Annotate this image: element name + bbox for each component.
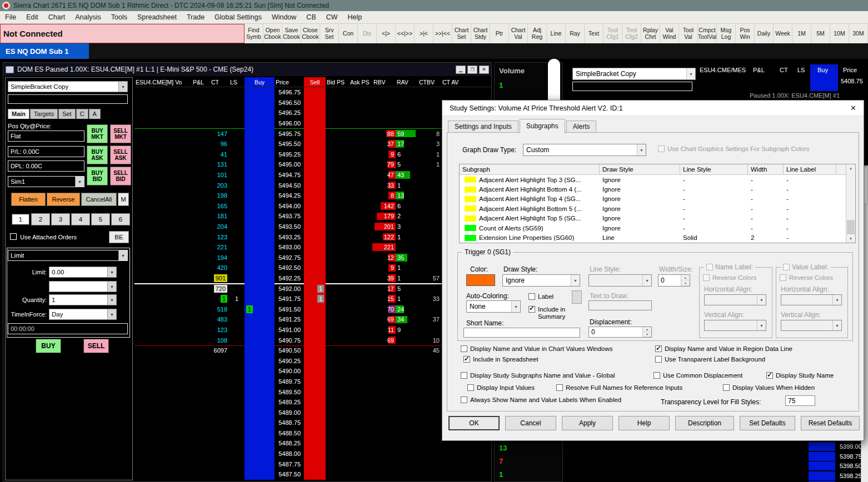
description-button[interactable]: Description: [675, 416, 734, 430]
always-show-name-and-value-labels-when-enabled-checkbox[interactable]: Always Show Name and Value Labels When E…: [461, 396, 621, 403]
order-type-dropdown[interactable]: Limit: [8, 250, 128, 261]
ladder-cell-sell[interactable]: [304, 190, 326, 201]
secondary-price-input[interactable]: [49, 281, 117, 292]
table-row[interactable]: Adjacent Alert Highlight Bottom 4 (...Ig…: [460, 184, 855, 194]
ladder-cell-sell[interactable]: [304, 201, 326, 212]
toolbar-rplay-chrt[interactable]: RplayChrt: [641, 24, 660, 43]
toolbar-save-cbook[interactable]: SaveCbook: [282, 24, 301, 43]
scroll-down-icon[interactable]: ▼: [846, 235, 855, 243]
table-header-width[interactable]: Width: [748, 164, 784, 174]
ladder-cell-sell[interactable]: [304, 222, 326, 232]
ladder-cell-sell[interactable]: [304, 397, 326, 408]
ladder-cell-buy[interactable]: [245, 469, 275, 480]
toolbar-adj-reg[interactable]: AdjReg: [528, 24, 547, 43]
ladder-cell-buy[interactable]: [245, 87, 275, 98]
ladder-cell-buy[interactable]: [245, 232, 275, 242]
toolbar-msg-log[interactable]: MsgLog: [717, 24, 736, 43]
close-icon[interactable]: ✕: [850, 104, 856, 112]
order-info-field[interactable]: [8, 94, 128, 104]
sell-bid-button[interactable]: SELLBID: [110, 167, 131, 185]
help-button[interactable]: Help: [618, 416, 670, 430]
table-header-line-style[interactable]: Line Style: [680, 164, 748, 174]
ladder-cell-buy[interactable]: [245, 366, 275, 376]
sell-ask-button[interactable]: SELLASK: [110, 145, 131, 164]
toolbar-x[interactable]: >|<: [415, 24, 433, 43]
display-values-when-hidden-checkbox[interactable]: Display Values When Hidden: [723, 384, 815, 391]
ladder-cell-buy[interactable]: [245, 139, 275, 149]
trade-tab-targets[interactable]: Targets: [30, 109, 58, 119]
right-account-dropdown[interactable]: SimpleBracket Copy: [572, 68, 696, 80]
ladder-cell-sell[interactable]: [304, 376, 326, 387]
ladder-cell-buy[interactable]: [245, 273, 275, 284]
qty-button-3[interactable]: 3: [51, 213, 70, 225]
ladder-cell-sell[interactable]: [304, 438, 326, 449]
resolve-full-names-for-reference-inputs-checkbox[interactable]: Resolve Full Names for Reference Inputs: [556, 384, 682, 391]
table-row[interactable]: Adjacent Alert Highlight Top 5 (SG...Ign…: [460, 214, 855, 223]
cancel-button[interactable]: Cancel: [505, 416, 556, 430]
toolbar-srv-set[interactable]: SrvSet: [320, 24, 339, 43]
table-row[interactable]: Adjacent Alert Highlight Top 3 (SG...Ign…: [460, 175, 855, 184]
ladder-cell-sell[interactable]: [304, 459, 326, 469]
display-name-and-value-in-chart-values-windows-checkbox[interactable]: Display Name and Value in Chart Values W…: [461, 345, 613, 352]
trigger-color-swatch[interactable]: [466, 274, 495, 286]
right-buy-cell[interactable]: [809, 471, 835, 480]
trade-tab-a[interactable]: A: [89, 109, 101, 119]
down-icon[interactable]: [681, 280, 690, 286]
dialog-tab-subgraphs[interactable]: Subgraphs: [520, 119, 565, 133]
ladder-cell-buy[interactable]: [245, 418, 275, 428]
ladder-cell-sell[interactable]: [304, 253, 326, 263]
reverse-button[interactable]: Reverse: [47, 193, 80, 206]
be-button[interactable]: BE: [109, 231, 129, 243]
toolbar-close-cbook[interactable]: CloseCbook: [301, 24, 320, 43]
ladder-cell-buy[interactable]: [245, 211, 275, 222]
toolbar-1m[interactable]: 1M: [792, 24, 811, 43]
toolbar-week[interactable]: Week: [774, 24, 792, 43]
ladder-cell-sell[interactable]: [304, 232, 326, 242]
toolbar-x[interactable]: >>|<<: [433, 24, 452, 43]
ladder-cell-buy[interactable]: [245, 98, 275, 108]
ladder-cell-sell[interactable]: [304, 118, 326, 129]
tif-dropdown[interactable]: Day: [49, 309, 117, 320]
ladder-cell-sell[interactable]: [304, 335, 326, 345]
up-icon[interactable]: [643, 327, 651, 332]
include-in-summary-checkbox[interactable]: Include in Summary: [528, 306, 582, 320]
ladder-cell-buy[interactable]: [245, 407, 275, 418]
ladder-cell-sell[interactable]: [304, 273, 326, 284]
ladder-cell-buy[interactable]: [245, 108, 275, 118]
limit-price-input[interactable]: 0.00: [49, 267, 117, 278]
toolbar-10m[interactable]: 10M: [830, 24, 849, 43]
ladder-cell-sell[interactable]: [304, 418, 326, 428]
ladder-cell-sell[interactable]: [304, 449, 326, 459]
ladder-cell-buy[interactable]: [245, 449, 275, 459]
ladder-cell-sell[interactable]: 1: [304, 294, 326, 304]
trade-tab-set[interactable]: Set: [58, 109, 76, 119]
transparency-input[interactable]: 75: [785, 395, 815, 406]
toolbar-30m[interactable]: 30M: [849, 24, 868, 43]
toolbar-5m[interactable]: 5M: [811, 24, 830, 43]
sim-account-dropdown[interactable]: Sim1: [8, 176, 84, 187]
ladder-cell-sell[interactable]: [304, 180, 326, 190]
ladder-cell-sell[interactable]: [304, 469, 326, 480]
m-button[interactable]: M: [118, 193, 129, 206]
ladder-cell-sell[interactable]: [304, 128, 326, 139]
label-checkbox[interactable]: Label: [528, 293, 553, 300]
sell-mkt-button[interactable]: SELLMKT: [110, 124, 131, 143]
menu-help[interactable]: Help: [343, 11, 367, 23]
ladder-cell-sell[interactable]: [304, 386, 326, 397]
display-name-and-value-in-region-data-line-checkbox[interactable]: Display Name and Value in Region Data Li…: [655, 345, 792, 352]
use-attached-orders-checkbox[interactable]: [10, 233, 17, 240]
flatten-button[interactable]: Flatten: [11, 193, 46, 206]
up-icon[interactable]: [681, 275, 690, 280]
account-dropdown[interactable]: SimpleBracket Copy: [8, 81, 128, 92]
ladder-cell-buy[interactable]: [245, 149, 275, 160]
ladder-cell-sell[interactable]: [304, 211, 326, 222]
right-order-info-field[interactable]: [572, 82, 692, 91]
menu-window[interactable]: Window: [267, 11, 301, 23]
draw-style-dropdown[interactable]: Ignore: [502, 274, 580, 287]
ladder-cell-buy[interactable]: [245, 459, 275, 469]
ladder-cell-buy[interactable]: [245, 190, 275, 201]
toolbar-chart-set[interactable]: ChartSet: [452, 24, 471, 43]
ladder-cell-buy[interactable]: [245, 242, 275, 253]
dialog-tab-settings-and-inputs[interactable]: Settings and Inputs: [448, 120, 518, 133]
ladder-cell-sell[interactable]: [304, 325, 326, 335]
